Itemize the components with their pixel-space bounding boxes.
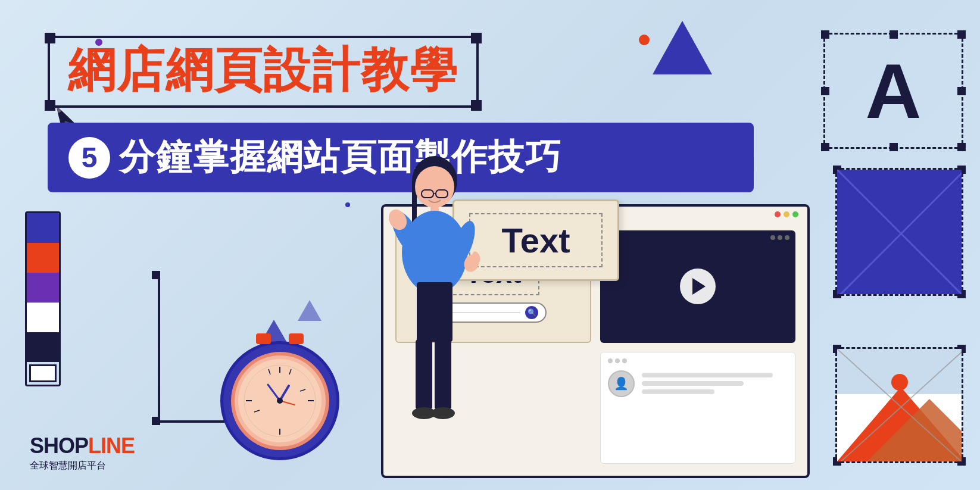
svg-point-22 bbox=[415, 166, 454, 208]
search-icon: 🔍 bbox=[525, 306, 538, 319]
window-maximize-dot bbox=[792, 211, 798, 217]
logo-line: LINE bbox=[88, 433, 135, 458]
palette-color-purple bbox=[27, 273, 59, 302]
dashed-corner-br bbox=[957, 143, 966, 151]
video-dot-3 bbox=[785, 235, 789, 240]
palette-color-white bbox=[27, 302, 59, 332]
play-button[interactable] bbox=[680, 269, 716, 304]
svg-marker-2 bbox=[298, 300, 322, 321]
corner-tl bbox=[45, 33, 55, 43]
palette-color-outline bbox=[29, 364, 57, 382]
svg-line-17 bbox=[268, 385, 280, 401]
dashed-corner-tl bbox=[821, 30, 829, 39]
profile-dot-2 bbox=[615, 358, 620, 363]
deco-dot-blue-2 bbox=[345, 202, 350, 207]
stopwatch-btn-right bbox=[289, 333, 304, 344]
window-minimize-dot bbox=[784, 211, 789, 217]
shopline-logo: SHOPLINE 全球智慧開店平台 bbox=[30, 433, 135, 472]
image-placeholder-inner bbox=[837, 349, 962, 461]
video-dot-2 bbox=[778, 235, 782, 240]
svg-line-42 bbox=[837, 349, 962, 461]
dashed-corner-ml bbox=[821, 87, 829, 95]
svg-line-15 bbox=[254, 410, 260, 412]
blue-square-inner bbox=[837, 170, 962, 294]
color-palette bbox=[25, 211, 61, 386]
stopwatch bbox=[220, 341, 339, 460]
video-card bbox=[600, 230, 796, 343]
corner-br bbox=[471, 100, 482, 111]
dashed-corner-mr bbox=[957, 87, 966, 95]
svg-line-38 bbox=[837, 170, 962, 294]
profile-line-1 bbox=[642, 373, 773, 377]
palette-color-orange bbox=[27, 243, 59, 273]
profile-avatar: 👤 bbox=[608, 370, 635, 397]
monitor-top-bar bbox=[775, 211, 798, 217]
svg-line-14 bbox=[300, 389, 305, 391]
svg-line-13 bbox=[269, 369, 270, 374]
svg-rect-33 bbox=[417, 282, 452, 342]
title-box: 網店網頁設計教學 bbox=[48, 36, 479, 108]
profile-window-dots bbox=[608, 358, 788, 363]
corner-tr bbox=[471, 33, 482, 43]
palette-color-dark bbox=[27, 332, 59, 362]
dashed-corner-bm bbox=[890, 143, 898, 151]
palette-color-blue bbox=[27, 213, 59, 243]
profile-line-2 bbox=[642, 381, 744, 386]
letter-a-box: A bbox=[823, 33, 963, 149]
ruler-corner-bl bbox=[152, 417, 160, 425]
deco-triangle-small-2 bbox=[298, 300, 322, 323]
image-circle bbox=[891, 374, 908, 391]
svg-point-19 bbox=[277, 398, 283, 404]
profile-card: 👤 bbox=[600, 352, 796, 464]
letter-a-container: A bbox=[825, 35, 962, 147]
blue-square-box bbox=[835, 168, 963, 296]
profile-text-lines bbox=[642, 373, 788, 394]
letter-a: A bbox=[866, 52, 922, 130]
window-close-dot bbox=[775, 211, 781, 217]
logo-text: SHOPLINE bbox=[30, 433, 135, 458]
corner-bl bbox=[45, 100, 55, 111]
video-window-dots bbox=[770, 235, 789, 240]
svg-rect-35 bbox=[435, 339, 451, 410]
profile-dot-1 bbox=[608, 358, 613, 363]
dashed-corner-tm bbox=[890, 30, 898, 39]
dashed-corner-bl bbox=[821, 143, 829, 151]
profile-dot-3 bbox=[622, 358, 627, 363]
ruler-corner-tl bbox=[152, 271, 160, 279]
woman-figure bbox=[375, 133, 494, 481]
subtitle-text: 分鐘掌握網站頁面製作技巧 bbox=[119, 133, 562, 182]
subtitle-number: 5 bbox=[68, 137, 110, 179]
video-dot-1 bbox=[770, 235, 775, 240]
ruler-vertical bbox=[158, 274, 160, 423]
profile-avatar-icon: 👤 bbox=[614, 376, 629, 391]
main-title: 網店網頁設計教學 bbox=[68, 44, 458, 96]
svg-line-12 bbox=[289, 369, 291, 374]
dashed-corner-tr bbox=[957, 30, 966, 39]
image-placeholder-box bbox=[835, 347, 963, 463]
banner: 網店網頁設計教學 5 分鐘掌握網站頁面製作技巧 bbox=[0, 0, 980, 490]
play-icon bbox=[692, 278, 706, 295]
stopwatch-btn-left bbox=[256, 333, 271, 344]
svg-rect-34 bbox=[416, 339, 432, 410]
svg-point-37 bbox=[431, 407, 455, 419]
logo-tagline: 全球智慧開店平台 bbox=[30, 460, 135, 472]
profile-content: 👤 bbox=[608, 370, 788, 397]
logo-shop: SHOP bbox=[30, 433, 88, 458]
profile-line-3 bbox=[642, 389, 715, 394]
